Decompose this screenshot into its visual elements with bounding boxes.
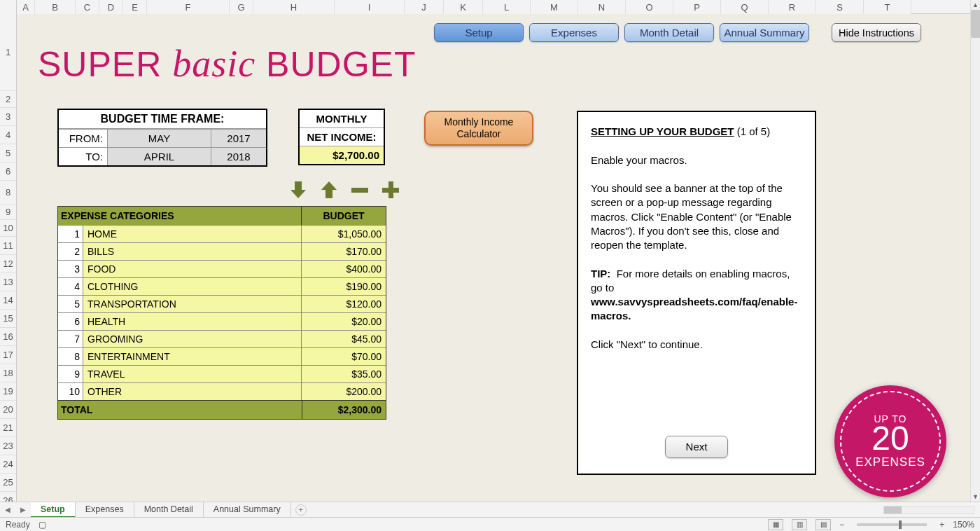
column-header-R[interactable]: R (769, 0, 816, 14)
add-row-icon[interactable] (381, 180, 400, 200)
column-header-P[interactable]: P (673, 0, 721, 14)
row-header-23[interactable]: 23 (0, 437, 16, 455)
row-header-4[interactable]: 4 (0, 126, 16, 144)
column-header-H[interactable]: H (253, 0, 335, 14)
zoom-level[interactable]: 150% (953, 520, 974, 530)
macro-record-icon[interactable]: ▢ (38, 520, 46, 530)
row-header-20[interactable]: 20 (0, 401, 16, 419)
month-detail-button[interactable]: Month Detail (624, 23, 714, 42)
expense-amount-cell[interactable]: $70.00 (302, 348, 386, 365)
page-break-view-icon[interactable]: ▤ (816, 519, 831, 530)
next-button[interactable]: Next (665, 436, 728, 458)
expense-name-cell[interactable]: TRANSPORTATION (83, 296, 302, 312)
row-header-25[interactable]: 25 (0, 474, 16, 492)
tab-nav-next-icon[interactable]: ▶ (15, 506, 31, 513)
row-header-14[interactable]: 14 (0, 291, 16, 310)
move-down-icon[interactable] (288, 180, 308, 200)
column-header-O[interactable]: O (626, 0, 673, 14)
scroll-down-icon[interactable]: ▼ (971, 492, 980, 502)
column-header-B[interactable]: B (35, 0, 76, 14)
expense-name-cell[interactable]: TRAVEL (83, 366, 302, 382)
setup-button[interactable]: Setup (434, 23, 524, 42)
column-header-Q[interactable]: Q (721, 0, 769, 14)
select-all-corner[interactable] (0, 0, 17, 14)
column-header-I[interactable]: I (335, 0, 405, 14)
expense-amount-cell[interactable]: $400.00 (302, 261, 386, 277)
row-header-17[interactable]: 17 (0, 346, 16, 364)
expense-amount-cell[interactable]: $1,050.00 (302, 226, 386, 242)
to-year-cell[interactable]: 2018 (211, 147, 266, 165)
column-header-N[interactable]: N (578, 0, 626, 14)
remove-row-icon[interactable] (350, 180, 370, 200)
vertical-scrollbar[interactable]: ▲ ▼ (970, 0, 980, 502)
row-header-1[interactable]: 1 (0, 14, 16, 91)
expense-amount-cell[interactable]: $200.00 (302, 383, 386, 400)
row-header-18[interactable]: 18 (0, 364, 16, 382)
to-month-cell[interactable]: APRIL (108, 147, 211, 165)
from-month-cell[interactable]: MAY (108, 129, 211, 147)
normal-view-icon[interactable]: ▦ (768, 519, 783, 530)
row-header-6[interactable]: 6 (0, 163, 16, 181)
sheet-tab-setup[interactable]: Setup (31, 502, 76, 518)
row-header-12[interactable]: 12 (0, 255, 16, 273)
zoom-slider[interactable] (857, 523, 927, 526)
expense-name-cell[interactable]: HOME (83, 226, 302, 242)
expense-amount-cell[interactable]: $45.00 (302, 331, 386, 347)
hide-instructions-button[interactable]: Hide Instructions (832, 23, 921, 42)
column-header-D[interactable]: D (99, 0, 123, 14)
net-income-value[interactable]: $2,700.00 (300, 146, 384, 164)
row-header-3[interactable]: 3 (0, 108, 16, 126)
expense-name-cell[interactable]: BILLS (83, 243, 302, 260)
page-layout-view-icon[interactable]: ▥ (792, 519, 807, 530)
row-header-5[interactable]: 5 (0, 144, 16, 163)
scroll-up-icon[interactable]: ▲ (971, 0, 980, 10)
column-header-G[interactable]: G (230, 0, 253, 14)
expense-amount-cell[interactable]: $190.00 (302, 278, 386, 295)
expense-name-cell[interactable]: HEALTH (83, 313, 302, 330)
scroll-thumb[interactable] (971, 10, 980, 38)
row-header-8[interactable]: 8 (0, 181, 16, 205)
horizontal-scrollbar[interactable] (883, 506, 974, 514)
column-header-C[interactable]: C (76, 0, 99, 14)
worksheet-area[interactable]: SUPER basic BUDGET Setup Expenses Month … (17, 14, 970, 502)
expense-name-cell[interactable]: ENTERTAINMENT (83, 348, 302, 365)
column-header-T[interactable]: T (864, 0, 911, 14)
zoom-out-icon[interactable]: − (839, 520, 844, 530)
sheet-tab-annual-summary[interactable]: Annual Summary (204, 502, 291, 518)
expense-amount-cell[interactable]: $120.00 (302, 296, 386, 312)
column-header-F[interactable]: F (147, 0, 230, 14)
column-header-L[interactable]: L (483, 0, 531, 14)
row-header-10[interactable]: 10 (0, 220, 16, 237)
row-header-24[interactable]: 24 (0, 455, 16, 474)
expense-name-cell[interactable]: FOOD (83, 261, 302, 277)
column-header-E[interactable]: E (123, 0, 147, 14)
column-header-J[interactable]: J (405, 0, 444, 14)
sheet-tab-expenses[interactable]: Expenses (76, 502, 134, 518)
expense-amount-cell[interactable]: $20.00 (302, 313, 386, 330)
column-header-K[interactable]: K (444, 0, 483, 14)
zoom-in-icon[interactable]: + (939, 520, 944, 530)
add-sheet-button[interactable]: + (295, 504, 307, 516)
expense-name-cell[interactable]: GROOMING (83, 331, 302, 347)
move-up-icon[interactable] (319, 180, 339, 200)
row-header-13[interactable]: 13 (0, 273, 16, 291)
row-header-21[interactable]: 21 (0, 419, 16, 437)
row-header-19[interactable]: 19 (0, 382, 16, 401)
column-header-A[interactable]: A (17, 0, 35, 14)
sheet-tab-month-detail[interactable]: Month Detail (134, 502, 204, 518)
expense-name-cell[interactable]: CLOTHING (83, 278, 302, 295)
income-calculator-button[interactable]: Monthly Income Calculator (424, 111, 533, 146)
row-header-11[interactable]: 11 (0, 237, 16, 255)
row-header-9[interactable]: 9 (0, 205, 16, 220)
row-header-15[interactable]: 15 (0, 310, 16, 328)
expenses-button[interactable]: Expenses (529, 23, 619, 42)
hscroll-thumb[interactable] (884, 506, 902, 513)
from-year-cell[interactable]: 2017 (211, 129, 266, 147)
annual-summary-button[interactable]: Annual Summary (720, 23, 809, 42)
column-header-M[interactable]: M (531, 0, 578, 14)
expense-amount-cell[interactable]: $35.00 (302, 366, 386, 382)
expense-amount-cell[interactable]: $170.00 (302, 243, 386, 260)
row-header-16[interactable]: 16 (0, 328, 16, 346)
tab-nav-prev-icon[interactable]: ◀ (0, 506, 15, 513)
expense-name-cell[interactable]: OTHER (83, 383, 302, 400)
